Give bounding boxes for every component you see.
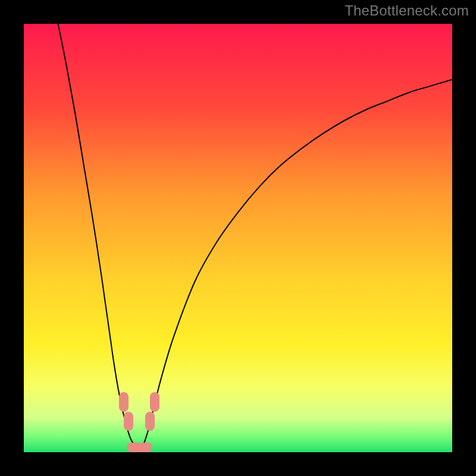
marker-bottom-bar (127, 443, 152, 452)
watermark-text: TheBottleneck.com (345, 2, 469, 19)
chart-frame: TheBottleneck.com (0, 0, 476, 476)
marker-left-lower (124, 412, 133, 431)
plot-area (24, 24, 452, 452)
marker-left-upper (119, 392, 129, 411)
marker-layer (24, 24, 452, 452)
marker-right-lower (145, 412, 155, 431)
marker-right-upper (150, 392, 159, 411)
